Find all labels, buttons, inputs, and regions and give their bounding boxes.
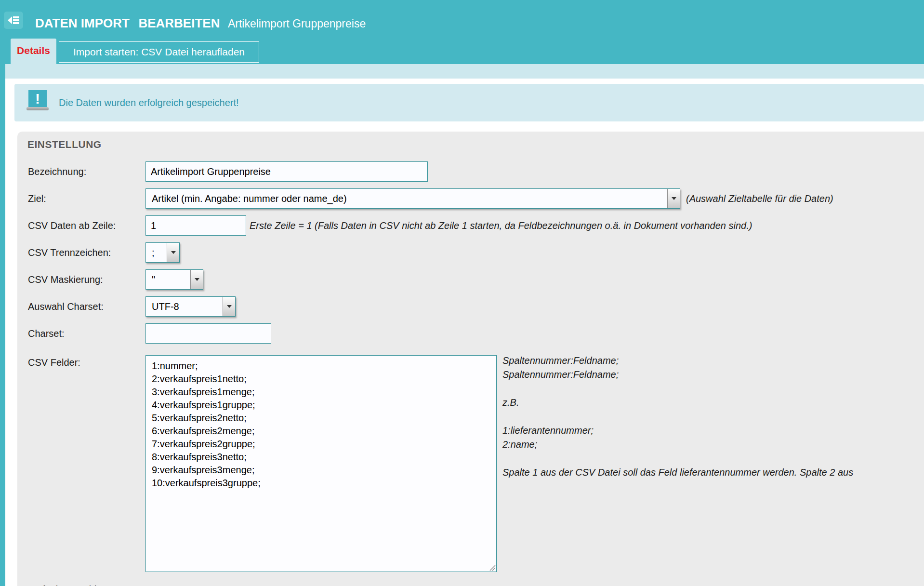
bezeichnung-label: Bezeichnung: <box>28 161 86 182</box>
ziel-label: Ziel: <box>28 188 46 209</box>
page-title-primary: DATEN IMPORT <box>35 16 130 30</box>
ziel-select[interactable]: Artikel (min. Angabe: nummer oder name_d… <box>145 188 680 209</box>
csv-ab-zeile-label: CSV Daten ab Zeile: <box>28 215 116 236</box>
auswahl-charset-select[interactable]: UTF-8 <box>145 296 236 317</box>
success-message-box: ! Die Daten wurden erfolgreich gespeiche… <box>14 84 924 121</box>
hint-line: Spaltennummer:Feldname; <box>502 354 853 368</box>
auswahl-charset-label: Auswahl Charset: <box>28 296 104 317</box>
ziel-hint: (Auswahl Zieltabelle für die Daten) <box>686 188 833 209</box>
chevron-down-icon <box>167 243 179 262</box>
hint-line: Spalte 1 aus der CSV Datei soll das Feld… <box>502 466 853 479</box>
textarea-resize-handle[interactable] <box>488 564 496 572</box>
csv-felder-hints: Spaltennummer:Feldname; Spaltennummer:Fe… <box>502 354 853 479</box>
back-to-list-button[interactable] <box>4 12 23 29</box>
csv-trennzeichen-value: ; <box>146 243 167 262</box>
csv-ab-zeile-input[interactable] <box>145 215 246 236</box>
page-title-context: Artikelimport Gruppenpreise <box>228 17 366 30</box>
chevron-down-icon <box>190 270 203 289</box>
csv-ab-zeile-hint: Erste Zeile = 1 (Falls Daten in CSV nich… <box>250 215 752 236</box>
csv-trennzeichen-select[interactable]: ; <box>145 242 180 263</box>
chevron-down-icon <box>223 297 235 316</box>
page-title: DATEN IMPORT BEARBEITEN Artikelimport Gr… <box>35 14 366 32</box>
chevron-down-icon <box>667 189 680 208</box>
section-title: EINSTELLUNG <box>27 139 102 150</box>
hint-line <box>502 410 853 424</box>
hint-line: z.B. <box>502 396 853 410</box>
einstellung-panel: EINSTELLUNG Bezeichnung: Ziel: Artikel (… <box>17 132 924 586</box>
bezeichnung-input[interactable] <box>145 161 428 182</box>
verfuegbare-felder-label: Verfügbare Felder: <box>28 579 108 586</box>
ziel-select-value: Artikel (min. Angabe: nummer oder name_d… <box>146 189 667 208</box>
hint-line: Spaltennummer:Feldname; <box>502 368 853 382</box>
page-title-secondary: BEARBEITEN <box>138 16 220 30</box>
hint-line: 1:lieferantennummer; <box>502 424 853 438</box>
tab-import-starten[interactable]: Import starten: CSV Datei heraufladen <box>59 41 259 63</box>
csv-trennzeichen-label: CSV Trennzeichen: <box>28 242 111 263</box>
back-to-list-icon <box>7 14 20 26</box>
auswahl-charset-value: UTF-8 <box>146 297 223 316</box>
csv-felder-textarea[interactable]: 1:nummer; 2:verkaufspreis1netto; 3:verka… <box>145 355 497 572</box>
left-accent-rail <box>0 64 5 586</box>
header-substrip <box>0 64 924 79</box>
hint-line <box>502 382 853 396</box>
charset-label: Charset: <box>28 323 65 344</box>
hint-line <box>502 452 853 466</box>
success-message-text: Die Daten wurden erfolgreich gespeichert… <box>59 84 239 121</box>
csv-maskierung-label: CSV Maskierung: <box>28 269 103 290</box>
csv-maskierung-value: " <box>146 270 190 289</box>
csv-maskierung-select[interactable]: " <box>145 269 203 290</box>
charset-input[interactable] <box>145 323 271 344</box>
csv-felder-label: CSV Felder: <box>28 355 80 370</box>
hint-line: 2:name; <box>502 438 853 452</box>
app-header: DATEN IMPORT BEARBEITEN Artikelimport Gr… <box>0 0 924 64</box>
tab-details[interactable]: Details <box>11 39 56 64</box>
